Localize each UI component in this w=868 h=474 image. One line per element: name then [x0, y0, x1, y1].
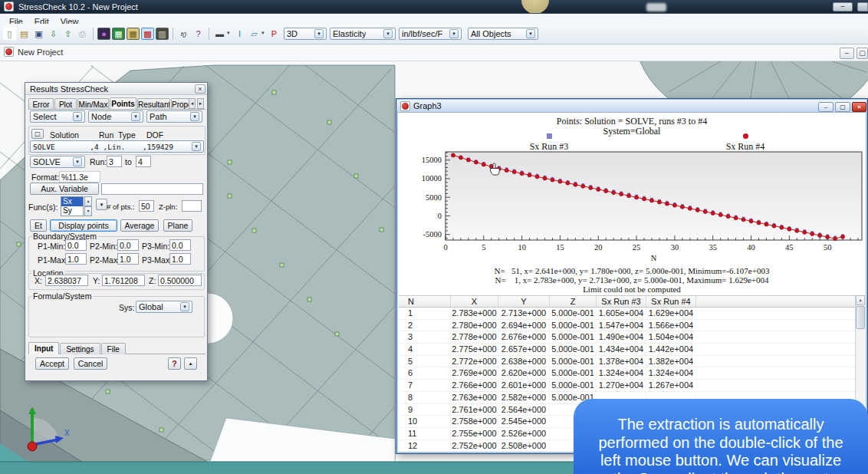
tab-scroll-right-button[interactable]: ▸ [197, 98, 204, 109]
solution-row-combo[interactable]: SOLVE ,4 ,Lin. ,159429▾ [30, 140, 204, 153]
function-item-sx[interactable]: Sx [61, 197, 83, 206]
export-model-icon[interactable]: ⇧ [61, 28, 74, 40]
column-header-y[interactable]: Y [498, 296, 550, 307]
app-minimize-button[interactable]: – [833, 2, 853, 12]
display-options-icon[interactable]: ▬ [213, 28, 226, 40]
aux-variable-button[interactable]: Aux. Variable [30, 183, 99, 195]
table-row[interactable]: 72.766e+0002.601e+0005.000e-0011.270e+00… [399, 380, 865, 392]
boundary-input-p3min[interactable] [169, 239, 191, 251]
display-points-button[interactable]: Display points [50, 219, 117, 232]
function-icon[interactable]: f() [177, 28, 190, 40]
table-cell: 2.769e+000 [451, 367, 498, 379]
function-list-spinner[interactable]: ▴ ▾ [84, 196, 92, 216]
column-header-n[interactable]: N [399, 296, 451, 307]
tab-error[interactable]: Error [28, 98, 54, 110]
print-icon[interactable]: ⎙ [76, 28, 89, 40]
app-maximize-button[interactable] [857, 2, 868, 12]
location-x-input[interactable] [45, 275, 88, 286]
table-row[interactable]: 52.772e+0002.638e+0005.000e-0011.378e+00… [399, 356, 865, 368]
average-button[interactable]: Average [120, 219, 159, 232]
toolbar-separator [173, 28, 173, 40]
results-dialog-close-button[interactable]: × [195, 84, 205, 94]
table-row[interactable]: 22.780e+0002.694e+0005.000e-0011.547e+00… [399, 320, 865, 332]
tan-chest-icon[interactable]: ▦ [127, 28, 140, 40]
mesh-view-icon[interactable]: ▩ [141, 28, 154, 40]
ibeam-icon[interactable]: I [233, 28, 246, 40]
boundary-input-p1min[interactable] [65, 239, 87, 251]
tab-minmax[interactable]: Min/Max [77, 98, 109, 110]
scroll-up-icon[interactable]: ▴ [856, 295, 865, 305]
run-from-input[interactable] [107, 156, 122, 167]
graph-titlebar[interactable]: Graph3 – ▢ × [397, 100, 866, 113]
analysis-type-dropdown[interactable]: Elasticity▾ [330, 28, 396, 40]
table-row[interactable]: 62.769e+0002.620e+0005.000e-0011.324e+00… [399, 367, 865, 380]
graph-minimize-button[interactable]: – [818, 102, 833, 112]
open-folder-icon[interactable]: ▤ [18, 28, 31, 40]
column-header-sxrun4[interactable]: Sx Run #4 [646, 296, 696, 307]
run-to-input[interactable] [136, 156, 151, 167]
location-z-input[interactable] [158, 275, 202, 286]
column-header-x[interactable]: X [451, 296, 498, 307]
plane-button[interactable]: Plane [163, 219, 192, 232]
save-icon[interactable]: ▣ [32, 28, 45, 40]
new-document-icon[interactable]: ▯ [3, 28, 16, 40]
sphere-view-icon[interactable]: ● [97, 28, 110, 40]
bottom-tab-input[interactable]: Input [28, 342, 59, 354]
tab-resultant[interactable]: Resultant [137, 98, 170, 110]
plot-area[interactable]: 05101520253035404550-5000050001000015000… [399, 150, 865, 266]
spinner-up-icon[interactable]: ▴ [84, 196, 92, 206]
table-row[interactable]: 32.778e+0002.676e+0005.000e-0011.490e+00… [399, 331, 865, 344]
results-dialog-titlebar[interactable]: Results StressCheck [25, 83, 207, 95]
et-button[interactable]: Et [30, 219, 47, 232]
bottom-tab-settings[interactable]: Settings [60, 343, 100, 354]
bottom-tab-file[interactable]: File [101, 343, 126, 354]
function-dropdown-button[interactable]: ▾ [96, 199, 107, 210]
tab-plot[interactable]: Plot [54, 98, 77, 110]
green-chest-icon[interactable]: ▦ [112, 28, 125, 40]
points-icon[interactable]: P [268, 28, 281, 40]
scroll-thumb[interactable] [856, 306, 865, 329]
chevron-down-icon[interactable]: ▾ [261, 24, 267, 42]
select-mode-icon[interactable]: ▱ [248, 28, 261, 40]
solve-dropdown[interactable]: SOLVE▾ [30, 156, 85, 168]
units-dropdown[interactable]: in/lbf/sec/F▾ [399, 28, 462, 40]
child-maximize-button[interactable]: ▢ [856, 48, 868, 59]
table-cell-filler [696, 380, 865, 391]
help-button[interactable]: ? [168, 357, 181, 370]
dark-chest-icon[interactable]: ▥ [156, 28, 169, 40]
boundary-input-p3max[interactable] [169, 253, 191, 265]
spinner-down-icon[interactable]: ▾ [84, 206, 92, 216]
num-points-input[interactable] [139, 200, 154, 212]
boundary-input-p2min[interactable] [117, 239, 139, 251]
objects-filter-dropdown[interactable]: All Objects▾ [468, 28, 538, 40]
format-input[interactable] [59, 171, 100, 183]
column-header-z[interactable]: Z [550, 296, 597, 307]
location-y-input[interactable] [102, 275, 145, 286]
column-header-sxrun3[interactable]: Sx Run #3 [597, 296, 646, 307]
help-icon[interactable]: ? [192, 28, 205, 40]
import-model-icon[interactable]: ⇩ [47, 28, 60, 40]
tab-points[interactable]: Points [110, 97, 136, 110]
entity-dropdown[interactable]: Node▾ [88, 110, 143, 123]
accept-button[interactable]: Accept [35, 357, 69, 370]
boundary-input-p2max[interactable] [117, 253, 139, 265]
table-row[interactable]: 42.775e+0002.657e+0005.000e-0011.434e+00… [399, 344, 865, 356]
path-dropdown[interactable]: Path▾ [146, 110, 202, 123]
graph-close-button[interactable]: × [852, 102, 866, 112]
collapse-button[interactable]: ▴ [184, 357, 197, 370]
sys-dropd own[interactable]: Global▾ [136, 301, 192, 313]
solution-grid-button[interactable]: ▢ [31, 129, 44, 139]
boundary-input-p1max[interactable] [65, 253, 87, 265]
select-dropdown[interactable]: Select▾ [30, 110, 85, 123]
tab-scroll-left-button[interactable]: ◂ [189, 98, 196, 109]
chevron-down-icon[interactable]: ▾ [227, 24, 232, 42]
function-item-sy[interactable]: Sy [61, 206, 83, 216]
zpln-input[interactable] [182, 200, 202, 212]
function-listbox[interactable]: SxSy [61, 196, 84, 216]
cancel-button[interactable]: Cancel [74, 357, 107, 370]
aux-variable-input[interactable] [101, 183, 203, 195]
dimension-dropdown[interactable]: 3D▾ [284, 28, 327, 40]
child-minimize-button[interactable]: – [840, 48, 854, 59]
graph-maximize-button[interactable]: ▢ [835, 102, 850, 112]
table-row[interactable]: 12.783e+0002.713e+0005.000e-0011.605e+00… [399, 308, 865, 320]
